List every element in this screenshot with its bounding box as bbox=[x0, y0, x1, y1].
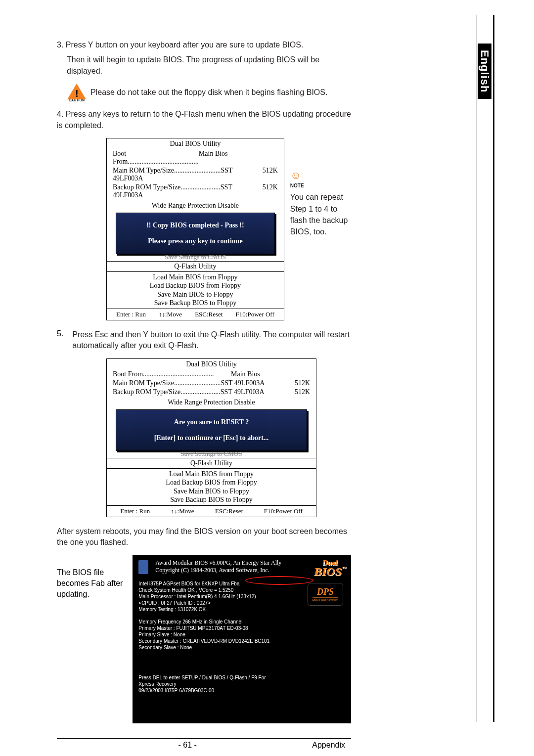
page-number: - 61 - bbox=[178, 741, 196, 750]
language-label: English bbox=[478, 50, 491, 92]
boot-l5: Memory Testing : 131072K OK bbox=[138, 606, 346, 613]
language-tab: English bbox=[478, 44, 491, 99]
right-margin-outer bbox=[493, 15, 494, 722]
step-4: 4. Press any keys to return to the Q-Fla… bbox=[57, 109, 351, 131]
copy-pass: !! Copy BIOS completed - Pass !! bbox=[121, 222, 269, 229]
boot-l8: Primary Slave : None bbox=[138, 631, 346, 638]
boot-l13: 09/23/2003-i875P-6A79BG03C-00 bbox=[138, 687, 346, 694]
caution-text: Please do not take out the floppy disk w… bbox=[90, 87, 327, 98]
page-footer: - 61 - Appendix bbox=[57, 738, 351, 750]
boot-l6: Memory Frequency 266 MHz in Single Chann… bbox=[138, 619, 346, 625]
caution-block: CAUTION Please do not take out the flopp… bbox=[66, 84, 351, 102]
energy-star-logo bbox=[138, 560, 148, 574]
step-3: 3. Press Y button on your keyboard after… bbox=[57, 40, 351, 50]
boot-from-row: Boot From...............................… bbox=[107, 149, 284, 166]
bios-utility-box-1: Dual BIOS Utility Boot From.............… bbox=[106, 138, 284, 320]
key-move: ↑↓:Move bbox=[159, 311, 182, 318]
boot-from-label: Boot From bbox=[113, 150, 128, 165]
qflash-title: Q-Flash Utility bbox=[107, 262, 284, 271]
status-box-pass: !! Copy BIOS completed - Pass !! Please … bbox=[116, 213, 275, 254]
caution-symbol: CAUTION bbox=[66, 84, 88, 102]
qflash-load-backup: Load Backup BIOS from Floppy bbox=[108, 281, 283, 290]
key-hints: Enter : Run ↑↓:Move ESC:Reset F10:Power … bbox=[107, 309, 284, 320]
bios-utility-box-2: Dual BIOS Utility Boot From.............… bbox=[106, 358, 316, 517]
note-icon: ☺ bbox=[290, 168, 301, 183]
status-box-reset: Are you sure to RESET ? [Enter] to conti… bbox=[116, 409, 307, 451]
boot-l9: Secondary Master : CREATIVEDVD-RM DVD124… bbox=[138, 638, 346, 644]
bios-title: Dual BIOS Utility bbox=[107, 138, 284, 149]
note-text: You can repeat Step 1 to 4 to flash the … bbox=[290, 191, 351, 237]
right-margin-inner bbox=[477, 15, 477, 722]
qflash-menu: Load Main BIOS from Floppy Load Backup B… bbox=[107, 272, 284, 309]
qflash-save-main: Save Main BIOS to Floppy bbox=[108, 290, 283, 299]
section-name: Appendix bbox=[312, 741, 345, 750]
note-label: NOTE bbox=[290, 182, 304, 190]
dps-logo: DPS Dual Power System bbox=[308, 583, 343, 606]
main-rom-label: Main ROM Type/Size bbox=[113, 167, 174, 174]
enter-esc: [Enter] to continure or [Esc] to abort..… bbox=[121, 434, 302, 442]
step-5-num: 5. bbox=[57, 329, 63, 358]
boot-screen: Award Modular BIOS v6.00PG, An Energy St… bbox=[133, 555, 351, 723]
page-content: 3. Press Y button on your keyboard after… bbox=[0, 0, 410, 756]
boot-screen-wrap: The BIOS file becomes Fab after updating… bbox=[57, 555, 351, 723]
main-rom-value: 512K bbox=[263, 167, 278, 182]
bios-title-2: Dual BIOS Utility bbox=[107, 359, 316, 370]
press-any-key: Please press any key to continue bbox=[121, 237, 269, 245]
boot-annotation: The BIOS file becomes Fab after updating… bbox=[57, 567, 125, 723]
backup-rom-row: Backup ROM Type/Size....................… bbox=[107, 183, 284, 200]
backup-rom-value: 512K bbox=[263, 183, 278, 199]
step-5: 5. Press Esc and then Y button to exit t… bbox=[57, 329, 351, 358]
protection-row: Wide Range Protection Disable bbox=[107, 200, 284, 211]
crossed-text: Save Settings to CMOS bbox=[107, 253, 284, 261]
backup-rom-label: Backup ROM Type/Size bbox=[113, 183, 180, 191]
boot-from-value: Main Bios bbox=[199, 150, 278, 166]
caution-triangle-icon bbox=[67, 84, 86, 99]
boot-l12: Xpress Recovery bbox=[138, 681, 346, 687]
key-f10: F10:Power Off bbox=[236, 311, 274, 318]
main-rom-row: Main ROM Type/Size......................… bbox=[107, 166, 284, 183]
boot-from-row-2: Boot From...............................… bbox=[107, 370, 316, 379]
dual-bios-logo: DualBIOS™ bbox=[314, 559, 346, 578]
boot-l10: Secondary Slave : None bbox=[138, 644, 346, 651]
sure-reset: Are you sure to RESET ? bbox=[121, 418, 302, 426]
key-esc: ESC:Reset bbox=[195, 311, 222, 318]
qflash-save-backup: Save Backup BIOS to Floppy bbox=[108, 299, 283, 308]
step-3-cont: Then it will begin to update BIOS. The p… bbox=[57, 54, 351, 77]
boot-l11: Press DEL to enter SETUP / Dual BIOS / Q… bbox=[138, 674, 346, 681]
after-reboot-text: After system reboots, you may find the B… bbox=[57, 526, 351, 548]
red-circle-annotation bbox=[245, 576, 313, 585]
key-enter: Enter : Run bbox=[116, 311, 146, 318]
qflash-load-main: Load Main BIOS from Floppy bbox=[108, 273, 283, 282]
boot-l7: Primary Master : FUJITSU MPE3170AT ED-03… bbox=[138, 625, 346, 631]
step-5-text: Press Esc and then Y button to exit the … bbox=[72, 329, 351, 352]
note-column: ☺ NOTE You can repeat Step 1 to 4 to fla… bbox=[290, 168, 351, 320]
